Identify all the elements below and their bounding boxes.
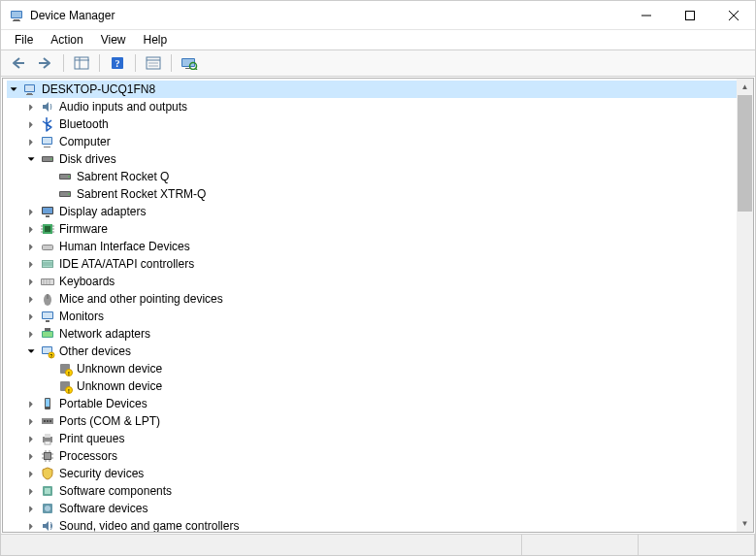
device-tree[interactable]: ⏷ DESKTOP-UCQ1FN8 ⏵ Audio inputs and out…: [3, 79, 737, 532]
scroll-down-button[interactable]: ▼: [737, 515, 753, 532]
computer-icon: [40, 134, 55, 149]
expander-icon[interactable]: ⏵: [24, 519, 38, 532]
forward-button[interactable]: [34, 52, 57, 74]
scroll-up-button[interactable]: ▲: [737, 79, 753, 95]
expander-spacer: [42, 362, 55, 376]
tree-node[interactable]: ⏵ Mice and other pointing devices: [7, 290, 737, 308]
svg-point-82: [47, 420, 49, 422]
tree-root[interactable]: ⏷ DESKTOP-UCQ1FN8: [7, 81, 737, 98]
svg-point-37: [68, 193, 70, 195]
toolbar-separator: [135, 54, 136, 72]
audio-icon: [40, 99, 55, 114]
expander-icon[interactable]: ⏵: [24, 117, 38, 131]
expander-icon[interactable]: ⏵: [24, 502, 38, 515]
svg-rect-66: [43, 332, 52, 337]
expander-icon[interactable]: ⏵: [24, 100, 38, 114]
tree-node[interactable]: ⏵ Bluetooth: [7, 115, 737, 133]
maximize-button[interactable]: [668, 1, 711, 29]
sound-icon: [40, 518, 55, 532]
processor-icon: [40, 448, 55, 464]
tree-node[interactable]: ⏵ Audio inputs and outputs: [7, 98, 737, 115]
expander-icon[interactable]: ⏵: [24, 397, 38, 410]
svg-rect-5: [685, 11, 694, 19]
expander-icon[interactable]: ⏵: [24, 449, 38, 463]
tree-node[interactable]: Sabrent Rocket XTRM-Q: [7, 185, 737, 203]
expander-icon[interactable]: ⏵: [24, 310, 38, 323]
help-button[interactable]: ?: [106, 52, 129, 74]
expander-icon[interactable]: ⏵: [24, 484, 38, 498]
tree-node[interactable]: ⏵ Print queues: [7, 430, 737, 447]
svg-rect-63: [43, 312, 52, 318]
tree-node[interactable]: ⏵ Ports (COM & LPT): [7, 412, 737, 430]
expander-icon[interactable]: ⏵: [24, 432, 38, 445]
tree-node-label: Processors: [59, 449, 117, 463]
tree-node[interactable]: Sabrent Rocket Q: [7, 168, 737, 185]
statusbar: [1, 534, 755, 555]
back-button[interactable]: [7, 52, 30, 74]
tree-node-label: Print queues: [59, 432, 124, 445]
svg-rect-42: [45, 226, 50, 232]
scan-hardware-button[interactable]: [178, 52, 201, 74]
scroll-thumb[interactable]: [738, 95, 752, 212]
tree-node-label: IDE ATA/ATAPI controllers: [59, 257, 194, 271]
menu-view[interactable]: View: [93, 31, 134, 49]
menu-file[interactable]: File: [7, 31, 41, 49]
tree-node[interactable]: ! Unknown device: [7, 360, 737, 377]
tree-node[interactable]: ⏵ Computer: [7, 133, 737, 150]
expander-icon[interactable]: ⏵: [24, 240, 38, 253]
tree-node[interactable]: ⏷ ? Other devices: [7, 343, 737, 360]
properties-button[interactable]: [142, 52, 165, 74]
tree-node-label: Portable Devices: [59, 397, 148, 410]
tree-node[interactable]: ⏵ Network adapters: [7, 325, 737, 343]
expander-icon[interactable]: ⏵: [24, 135, 38, 148]
tree-node[interactable]: ⏵ Software components: [7, 482, 737, 500]
tree-node[interactable]: ⏵ Sound, video and game controllers: [7, 517, 737, 532]
expander-icon[interactable]: ⏵: [24, 327, 38, 341]
app-icon: [9, 8, 24, 23]
tree-node-label: Ports (COM & LPT): [59, 414, 160, 428]
expander-icon[interactable]: ⏵: [24, 205, 38, 218]
tree-node[interactable]: ⏵ Software devices: [7, 500, 737, 517]
tree-node[interactable]: ⏷ Disk drives: [7, 150, 737, 168]
tree-node[interactable]: ⏵ IDE ATA/ATAPI controllers: [7, 255, 737, 273]
svg-rect-98: [45, 488, 50, 494]
expander-icon[interactable]: ⏵: [24, 222, 38, 236]
vertical-scrollbar[interactable]: ▲ ▼: [737, 79, 753, 532]
tree-node-label: Software components: [59, 484, 172, 498]
tree-node[interactable]: ⏵ Display adapters: [7, 203, 737, 220]
tree-node[interactable]: ⏵ Processors: [7, 447, 737, 465]
show-hide-tree-button[interactable]: [70, 52, 93, 74]
expander-icon[interactable]: ⏷: [24, 152, 38, 166]
security-icon: [40, 466, 55, 481]
expander-icon[interactable]: ⏷: [7, 82, 20, 96]
menu-help[interactable]: Help: [136, 31, 176, 49]
hid-icon: [40, 239, 55, 254]
expander-icon[interactable]: ⏵: [24, 467, 38, 480]
tree-node[interactable]: ⏵ Security devices: [7, 465, 737, 482]
toolbar-separator: [63, 54, 64, 72]
tree-node[interactable]: ! Unknown device: [7, 377, 737, 395]
mouse-icon: [40, 291, 55, 307]
tree-node[interactable]: ⏵ Firmware: [7, 220, 737, 238]
tree-node[interactable]: ⏵ Portable Devices: [7, 395, 737, 412]
tree-node-label: Unknown device: [77, 379, 162, 393]
minimize-button[interactable]: [624, 1, 668, 29]
bluetooth-icon: [40, 116, 55, 132]
svg-text:?: ?: [50, 353, 53, 359]
close-button[interactable]: [711, 1, 755, 29]
expander-icon[interactable]: ⏵: [24, 275, 38, 288]
expander-icon[interactable]: ⏵: [24, 292, 38, 306]
expander-icon[interactable]: ⏵: [24, 257, 38, 271]
window-title: Device Manager: [30, 9, 115, 22]
tree-node[interactable]: ⏵ Human Interface Devices: [7, 238, 737, 255]
tree-node-label: Network adapters: [59, 327, 150, 341]
expander-icon[interactable]: ⏵: [24, 414, 38, 428]
expander-icon[interactable]: ⏷: [24, 344, 38, 358]
menu-action[interactable]: Action: [43, 31, 90, 49]
tree-node-label: Security devices: [59, 467, 144, 480]
svg-rect-2: [14, 19, 19, 20]
tree-node[interactable]: ⏵ Keyboards: [7, 273, 737, 290]
svg-rect-52: [43, 261, 52, 267]
expander-spacer: [42, 187, 55, 201]
tree-node[interactable]: ⏵ Monitors: [7, 308, 737, 325]
